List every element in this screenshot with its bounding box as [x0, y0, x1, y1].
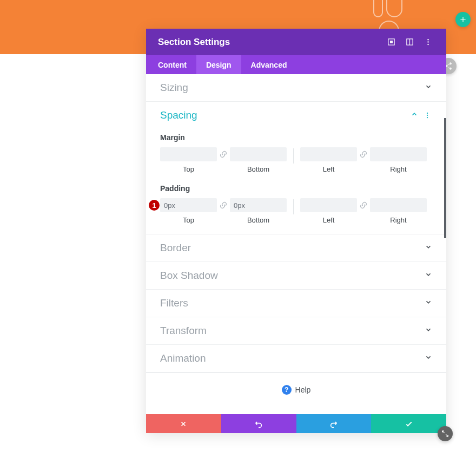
- chevron-down-icon: [425, 271, 432, 280]
- side-label-left: Left: [323, 216, 335, 224]
- accordion-transform: Transform: [146, 317, 446, 345]
- accordion-spacing-body: Margin Top Bottom: [146, 133, 446, 234]
- callout-marker-label: 1: [152, 201, 156, 210]
- link-values-toggle[interactable]: [217, 198, 230, 212]
- check-icon: [405, 420, 413, 428]
- save-button[interactable]: [371, 414, 446, 433]
- accordion-filters: Filters: [146, 290, 446, 317]
- accordion-spacing: Spacing Margin Top: [146, 102, 446, 234]
- help-row[interactable]: ? Help: [146, 372, 446, 410]
- panel-header[interactable]: Section Settings: [146, 29, 446, 55]
- kebab-icon: [424, 112, 431, 119]
- chevron-up-icon: [411, 110, 418, 120]
- link-icon: [219, 201, 228, 210]
- link-values-toggle[interactable]: [357, 147, 370, 161]
- side-label-right: Right: [390, 216, 406, 224]
- undo-button[interactable]: [221, 414, 296, 433]
- section-settings-panel: Section Settings Content Design Advanced…: [146, 29, 446, 433]
- decorative-shape: [373, 0, 383, 17]
- accordion-sizing-header[interactable]: Sizing: [146, 74, 446, 101]
- margin-label: Margin: [160, 133, 432, 142]
- accordion-border-header[interactable]: Border: [146, 234, 446, 262]
- divider: [293, 199, 294, 214]
- help-icon: ?: [282, 385, 292, 395]
- padding-left-input[interactable]: [300, 198, 357, 212]
- padding-top-input[interactable]: [160, 198, 217, 212]
- svg-point-4: [427, 39, 429, 41]
- plus-icon: [459, 16, 467, 23]
- margin-bottom-input[interactable]: [230, 147, 287, 161]
- expand-button[interactable]: [384, 35, 399, 50]
- accordion-options-button[interactable]: [422, 110, 432, 120]
- accordion-filters-header[interactable]: Filters: [146, 290, 446, 317]
- discard-button[interactable]: [146, 414, 221, 433]
- redo-button[interactable]: [296, 414, 372, 433]
- link-icon: [359, 150, 368, 159]
- accordion-title: Spacing: [160, 109, 411, 121]
- margin-left-input[interactable]: [300, 147, 357, 161]
- accordion-title: Transform: [160, 325, 425, 337]
- add-section-button[interactable]: [455, 12, 471, 27]
- accordion-title: Sizing: [160, 82, 425, 94]
- margin-right-input[interactable]: [370, 147, 427, 161]
- accordion-animation: Animation: [146, 345, 446, 372]
- margin-top-input[interactable]: [160, 147, 217, 161]
- chevron-down-icon: [425, 354, 432, 363]
- tab-content[interactable]: Content: [148, 55, 196, 74]
- panel-menu-button[interactable]: [420, 35, 435, 50]
- accordion-box-shadow-header[interactable]: Box Shadow: [146, 262, 446, 289]
- divider: [293, 148, 294, 164]
- close-icon: [180, 420, 187, 428]
- svg-point-7: [427, 113, 428, 114]
- snap-button[interactable]: [402, 35, 417, 50]
- accordion-border: Border: [146, 234, 446, 262]
- side-label-bottom: Bottom: [247, 165, 269, 173]
- columns-icon: [406, 38, 414, 46]
- accordion-transform-header[interactable]: Transform: [146, 317, 446, 344]
- padding-label: Padding: [160, 184, 432, 193]
- link-values-toggle[interactable]: [217, 147, 230, 161]
- help-label: Help: [295, 385, 311, 394]
- chevron-down-icon: [425, 326, 432, 336]
- padding-right-input[interactable]: [370, 198, 427, 212]
- side-label-bottom: Bottom: [247, 216, 269, 224]
- expand-icon: [387, 38, 395, 46]
- accordion-title: Border: [160, 242, 425, 254]
- margin-inputs-row: Top Bottom Left: [160, 147, 432, 173]
- svg-point-5: [427, 41, 429, 43]
- padding-inputs-row: 1 Top Bottom Left: [160, 198, 432, 224]
- link-icon: [359, 201, 368, 210]
- resize-icon: [441, 430, 449, 437]
- side-label-right: Right: [390, 165, 406, 173]
- chevron-down-icon: [425, 243, 432, 253]
- tab-design[interactable]: Design: [196, 55, 241, 74]
- callout-marker-1: 1: [149, 200, 160, 211]
- svg-point-8: [427, 115, 428, 116]
- chevron-down-icon: [425, 298, 432, 308]
- accordion-animation-header[interactable]: Animation: [146, 345, 446, 372]
- tab-advanced[interactable]: Advanced: [241, 55, 297, 74]
- redo-icon: [329, 420, 338, 428]
- padding-bottom-input[interactable]: [230, 198, 287, 212]
- chevron-down-icon: [425, 83, 432, 93]
- accordion-spacing-header[interactable]: Spacing: [146, 102, 446, 129]
- decorative-shape: [386, 0, 402, 17]
- svg-point-9: [427, 117, 428, 118]
- undo-icon: [254, 420, 263, 428]
- panel-body[interactable]: Sizing Spacing Margin: [146, 74, 446, 414]
- resize-handle[interactable]: [438, 426, 453, 441]
- link-values-toggle[interactable]: [357, 198, 370, 212]
- side-label-top: Top: [183, 216, 194, 224]
- svg-point-6: [427, 44, 429, 45]
- panel-tabs: Content Design Advanced: [146, 55, 446, 74]
- scrollbar-track[interactable]: [444, 118, 446, 238]
- accordion-box-shadow: Box Shadow: [146, 262, 446, 290]
- accordion-title: Animation: [160, 352, 425, 364]
- panel-title: Section Settings: [158, 37, 384, 48]
- accordion-title: Box Shadow: [160, 270, 425, 282]
- side-label-top: Top: [183, 165, 194, 173]
- link-icon: [219, 150, 228, 159]
- side-label-left: Left: [323, 165, 335, 173]
- svg-rect-1: [390, 41, 393, 43]
- accordion-title: Filters: [160, 297, 425, 309]
